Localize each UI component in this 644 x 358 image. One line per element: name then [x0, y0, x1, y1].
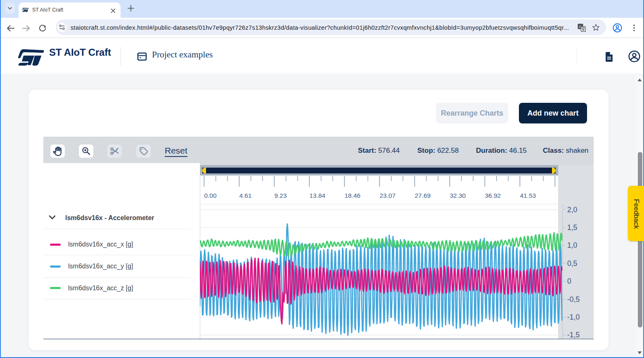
svg-text:27.69: 27.69 — [414, 192, 431, 199]
svg-text:41.53: 41.53 — [520, 192, 536, 199]
svg-text:23.07: 23.07 — [379, 192, 395, 199]
svg-text:18.46: 18.46 — [344, 192, 360, 199]
svg-text:4.61: 4.61 — [239, 192, 251, 199]
svg-text:1,0: 1,0 — [567, 241, 578, 249]
svg-text:2,0: 2,0 — [567, 206, 578, 214]
svg-text:-1,5: -1,5 — [567, 331, 580, 339]
svg-text:13.84: 13.84 — [309, 192, 325, 199]
svg-text:36.92: 36.92 — [485, 192, 501, 199]
svg-text:0: 0 — [567, 277, 571, 285]
svg-text:9.23: 9.23 — [274, 192, 286, 199]
svg-text:0.00: 0.00 — [204, 192, 217, 199]
svg-text:0,5: 0,5 — [567, 259, 577, 268]
svg-text:-1,0: -1,0 — [567, 313, 580, 321]
svg-text:32.30: 32.30 — [450, 192, 466, 199]
svg-text:-0,5: -0,5 — [567, 295, 580, 303]
svg-text:1,5: 1,5 — [567, 223, 577, 232]
